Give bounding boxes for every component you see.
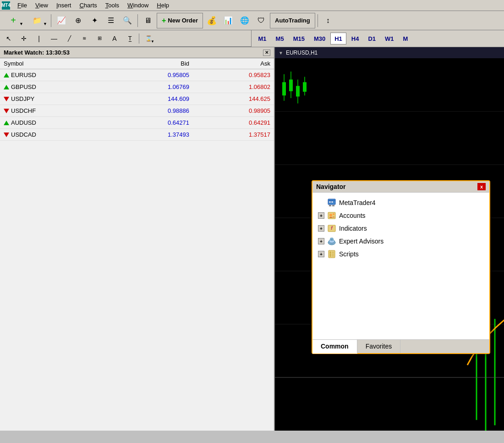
gold-btn[interactable]: 💰 bbox=[204, 13, 219, 28]
globe-btn[interactable]: 🌐 bbox=[237, 13, 252, 28]
period-tool[interactable]: ⌛▼ bbox=[142, 32, 155, 45]
table-row[interactable]: EURUSD 0.95805 0.95823 bbox=[0, 69, 274, 81]
draw-sep-1 bbox=[139, 33, 139, 44]
select-tool[interactable]: ↖ bbox=[2, 32, 16, 45]
menu-view[interactable]: View bbox=[32, 1, 52, 10]
table-row[interactable]: GBPUSD 1.06769 1.06802 bbox=[0, 81, 274, 93]
zoom-button[interactable]: 🔍 bbox=[120, 13, 135, 28]
accounts-expand[interactable]: + bbox=[318, 212, 324, 219]
period-sep-button[interactable]: ✦ bbox=[87, 13, 102, 28]
chart2-btn[interactable]: 📊 bbox=[220, 13, 236, 28]
metatrader4-icon bbox=[327, 198, 336, 207]
tf-m1[interactable]: M1 bbox=[254, 33, 271, 44]
symbol-usdcad: USDCAD bbox=[0, 129, 112, 141]
crosshair-button[interactable]: ⊕ bbox=[70, 13, 86, 28]
line-tool[interactable]: | bbox=[32, 32, 46, 45]
table-row[interactable]: AUDUSD 0.64271 0.64291 bbox=[0, 117, 274, 129]
navigator-content: MetaTrader4 + Accounts bbox=[312, 193, 489, 339]
tf-m15[interactable]: M15 bbox=[289, 33, 309, 44]
accounts-label: Accounts bbox=[339, 212, 366, 219]
crosshair-tool[interactable]: ✛ bbox=[17, 32, 31, 45]
market-watch-header: Market Watch: 13:30:53 ✕ bbox=[0, 47, 274, 58]
ask-usdcad: 1.37517 bbox=[193, 129, 274, 141]
scripts-icon bbox=[327, 249, 336, 259]
tf-d1[interactable]: D1 bbox=[364, 33, 380, 44]
list-button[interactable]: ☰ bbox=[103, 13, 119, 28]
accounts-icon bbox=[327, 211, 336, 220]
svg-rect-19 bbox=[328, 200, 335, 201]
text-tool[interactable]: A bbox=[108, 32, 121, 45]
nav-item-accounts[interactable]: + Accounts bbox=[314, 209, 488, 222]
svg-point-35 bbox=[330, 252, 331, 253]
ask-usdchf: 0.98905 bbox=[193, 105, 274, 117]
table-row[interactable]: USDCHF 0.98886 0.98905 bbox=[0, 105, 274, 117]
new-chart-button[interactable]: + ▼ bbox=[2, 13, 25, 28]
equidistant-tool[interactable]: ≋ bbox=[77, 32, 91, 45]
table-row[interactable]: USDJPY 144.609 144.625 bbox=[0, 93, 274, 105]
symbol-eurusd: EURUSD bbox=[0, 69, 112, 81]
trendline-tool[interactable]: ╱ bbox=[62, 32, 76, 45]
navigator-panel: Navigator x bbox=[312, 180, 490, 354]
navigator-close-button[interactable]: x bbox=[477, 183, 486, 190]
tf-h1[interactable]: H1 bbox=[330, 33, 346, 44]
ask-gbpusd: 1.06802 bbox=[193, 81, 274, 93]
bid-usdchf: 0.98886 bbox=[112, 105, 193, 117]
sort-btn[interactable]: ↕ bbox=[320, 13, 336, 28]
expert-advisors-label: Expert Advisors bbox=[339, 238, 383, 245]
menu-tools[interactable]: Tools bbox=[102, 1, 123, 10]
chart-title-bar: ▼ EURUSD,H1 bbox=[275, 47, 504, 58]
col-bid: Bid bbox=[112, 58, 193, 69]
navigator-tabs: Common Favorites bbox=[312, 339, 489, 353]
market-watch-close[interactable]: ✕ bbox=[263, 50, 270, 56]
metatrader4-label: MetaTrader4 bbox=[339, 199, 376, 206]
col-symbol: Symbol bbox=[0, 58, 112, 69]
svg-rect-8 bbox=[289, 79, 293, 91]
tf-h4[interactable]: H4 bbox=[347, 33, 363, 44]
label-tool[interactable]: T̲ bbox=[123, 32, 137, 45]
market-watch-panel: Market Watch: 13:30:53 ✕ Symbol Bid Ask … bbox=[0, 47, 275, 431]
svg-point-26 bbox=[333, 213, 334, 215]
tf-mn[interactable]: M bbox=[399, 33, 412, 44]
shield-btn[interactable]: 🛡 bbox=[253, 13, 269, 28]
new-order-button[interactable]: + New Order bbox=[157, 13, 203, 28]
open-button[interactable]: 📁 ▼ bbox=[26, 13, 49, 28]
navigator-title: Navigator bbox=[316, 183, 346, 190]
svg-rect-21 bbox=[331, 201, 333, 203]
toolbar-sep-2 bbox=[137, 14, 138, 27]
menu-charts[interactable]: Charts bbox=[76, 1, 100, 10]
ask-usdjpy: 144.625 bbox=[193, 93, 274, 105]
scripts-expand[interactable]: + bbox=[318, 251, 324, 257]
menu-insert[interactable]: Insert bbox=[53, 1, 75, 10]
table-row[interactable]: USDCAD 1.37493 1.37517 bbox=[0, 129, 274, 141]
expert-advisors-expand[interactable]: + bbox=[318, 238, 324, 244]
menu-file[interactable]: File bbox=[14, 1, 31, 10]
chart-title: EURUSD,H1 bbox=[286, 50, 318, 56]
indicators-button[interactable]: 📈 bbox=[54, 13, 69, 28]
tab-favorites[interactable]: Favorites bbox=[357, 340, 401, 353]
symbol-audusd: AUDUSD bbox=[0, 117, 112, 129]
nav-item-expert-advisors[interactable]: + Expert Advisors bbox=[314, 235, 488, 248]
tf-m5[interactable]: M5 bbox=[272, 33, 288, 44]
autotrading-button[interactable]: AutoTrading bbox=[270, 13, 315, 28]
hline-tool[interactable]: — bbox=[47, 32, 61, 45]
bid-eurusd: 0.95805 bbox=[112, 69, 193, 81]
nav-item-metatrader4[interactable]: MetaTrader4 bbox=[314, 196, 488, 209]
menu-window[interactable]: Window bbox=[124, 1, 152, 10]
svg-rect-6 bbox=[282, 82, 286, 95]
app-icon: MT4 bbox=[2, 1, 10, 10]
menu-help[interactable]: Help bbox=[153, 1, 173, 10]
toolbar-sep-3 bbox=[318, 14, 318, 27]
tab-common[interactable]: Common bbox=[312, 340, 357, 354]
bid-usdjpy: 144.609 bbox=[112, 93, 193, 105]
tf-m30[interactable]: M30 bbox=[310, 33, 329, 44]
expert-advisors-icon bbox=[327, 237, 336, 246]
nav-item-scripts[interactable]: + Scripts bbox=[314, 248, 488, 260]
tf-w1[interactable]: W1 bbox=[381, 33, 398, 44]
nav-item-indicators[interactable]: + f Indicators bbox=[314, 222, 488, 235]
indicators-expand[interactable]: + bbox=[318, 225, 324, 232]
market-watch-title: Market Watch: 13:30:53 bbox=[4, 49, 70, 56]
terminal-button[interactable]: 🖥 bbox=[140, 13, 156, 28]
svg-point-25 bbox=[329, 214, 332, 216]
scripts-label: Scripts bbox=[339, 250, 359, 258]
fibo-tool[interactable]: ⊞ bbox=[93, 32, 106, 45]
